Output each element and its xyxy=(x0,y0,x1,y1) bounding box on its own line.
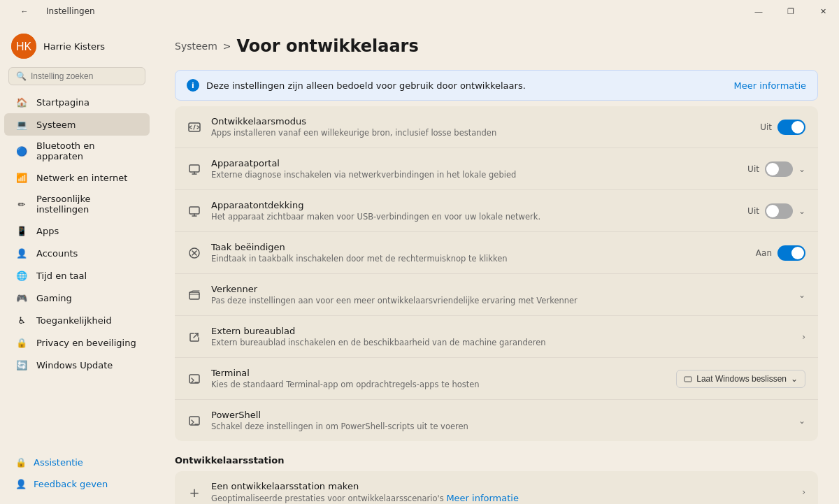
sidebar-item-accounts[interactable]: 👤 Accounts xyxy=(4,242,150,264)
extern_bureaublad-title: Extern bureaublad xyxy=(211,326,792,336)
windows_update-icon: 🔄 xyxy=(15,359,28,371)
bottom-nav-assistentie[interactable]: 🔒 Assistentie xyxy=(4,452,150,473)
taak_beeindigen-control-label: Aan xyxy=(756,248,772,258)
terminal-dropdown[interactable]: Laat Windows beslissen ⌄ xyxy=(676,370,805,388)
dev_station_maken-meer-info-link[interactable]: Meer informatie xyxy=(446,493,519,503)
startpagina-label: Startpagina xyxy=(36,97,138,108)
netwerk-icon: 📶 xyxy=(15,171,28,184)
persoonlijk-icon: ✏️ xyxy=(15,198,28,210)
setting-row-verkenner[interactable]: Verkenner Pas deze instellingen aan voor… xyxy=(175,274,818,316)
toegankelijkheid-label: Toegankelijkheid xyxy=(36,315,138,326)
powershell-text: PowerShell Schakel deze instellingen in … xyxy=(211,410,789,431)
maximize-button[interactable]: ❐ xyxy=(775,0,807,22)
apparaatportal-icon xyxy=(187,162,201,176)
titlebar-left: ← Instellingen xyxy=(8,0,95,22)
apparaatportal-control: Uit ⌄ xyxy=(747,161,805,177)
apparaatontdekking-toggle[interactable] xyxy=(765,203,793,219)
ontwikkelaarsmodus-control-label: Uit xyxy=(760,122,772,132)
taak_beeindigen-toggle[interactable] xyxy=(777,245,805,261)
breadcrumb: Systeem > Voor ontwikkelaars xyxy=(175,36,818,56)
search-box[interactable]: 🔍 xyxy=(8,67,145,85)
apparaatportal-toggle[interactable] xyxy=(765,161,793,177)
info-banner-left: i Deze instellingen zijn alleen bedoeld … xyxy=(187,79,526,92)
taak_beeindigen-desc: Eindtaak in taakbalk inschakelen door me… xyxy=(211,254,746,264)
dev_station_maken-control: › xyxy=(802,487,805,497)
user-profile[interactable]: HK Harrie Kisters xyxy=(0,22,154,67)
powershell-chevron-icon: ⌄ xyxy=(798,416,805,426)
setting-row-taak_beeindigen[interactable]: Taak beëindigen Eindtaak in taakbalk ins… xyxy=(175,232,818,274)
svg-text:HK: HK xyxy=(16,41,32,52)
setting-row-ontwikkelaarsmodus[interactable]: Ontwikkelaarsmodus Apps installeren vana… xyxy=(175,106,818,148)
sidebar-item-systeem[interactable]: 💻 Systeem xyxy=(4,113,150,136)
ontwikkelaarsmodus-desc: Apps installeren vanaf een willekeurige … xyxy=(211,128,750,138)
dev_station_maken-text: Een ontwikkelaarsstation maken Geoptimal… xyxy=(211,481,792,503)
setting-row-apparaatontdekking[interactable]: Apparaatontdekking Het apparaat zichtbaa… xyxy=(175,190,818,232)
dev-station-title: Ontwikkelaarsstation xyxy=(175,455,818,466)
svg-rect-8 xyxy=(189,292,199,299)
sidebar-item-bluetooth[interactable]: 🔵 Bluetooth en apparaten xyxy=(4,136,150,166)
windows_update-label: Windows Update xyxy=(36,360,138,370)
terminal-icon xyxy=(187,372,201,386)
extern_bureaublad-arrow-icon: › xyxy=(802,332,805,342)
dev-station-row-dev_station_maken[interactable]: + Een ontwikkelaarsstation maken Geoptim… xyxy=(175,471,818,504)
close-button[interactable]: ✕ xyxy=(807,0,839,22)
app-body: HK Harrie Kisters 🔍 🏠 Startpagina 💻 Syst… xyxy=(0,22,839,504)
minimize-button[interactable]: — xyxy=(743,0,775,22)
breadcrumb-separator: > xyxy=(223,41,231,52)
toegankelijkheid-icon: ♿ xyxy=(15,314,28,326)
tijd-label: Tijd en taal xyxy=(36,271,138,281)
sidebar-item-startpagina[interactable]: 🏠 Startpagina xyxy=(4,91,150,113)
setting-row-apparaatportal[interactable]: Apparaatportal Externe diagnose inschake… xyxy=(175,148,818,190)
apparaatontdekking-title: Apparaatontdekking xyxy=(211,200,738,210)
powershell-control: ⌄ xyxy=(798,416,805,426)
svg-rect-9 xyxy=(189,375,199,383)
sidebar-item-windows_update[interactable]: 🔄 Windows Update xyxy=(4,354,150,376)
ontwikkelaarsmodus-toggle[interactable] xyxy=(777,120,805,135)
sidebar-item-persoonlijk[interactable]: ✏️ Persoonlijke instellingen xyxy=(4,189,150,219)
back-button[interactable]: ← xyxy=(8,0,41,22)
setting-row-powershell[interactable]: PowerShell Schakel deze instellingen in … xyxy=(175,400,818,441)
tijd-icon: 🌐 xyxy=(15,269,28,282)
gaming-icon: 🎮 xyxy=(15,291,28,304)
info-banner-text: Deze instellingen zijn alleen bedoeld vo… xyxy=(206,80,526,91)
apparaatontdekking-text: Apparaatontdekking Het apparaat zichtbaa… xyxy=(211,200,738,222)
ontwikkelaarsmodus-control: Uit xyxy=(760,120,805,135)
sidebar-item-gaming[interactable]: 🎮 Gaming xyxy=(4,287,150,309)
sidebar-item-apps[interactable]: 📱 Apps xyxy=(4,219,150,242)
svg-rect-10 xyxy=(684,377,691,382)
sidebar-item-tijd[interactable]: 🌐 Tijd en taal xyxy=(4,264,150,287)
user-name: Harrie Kisters xyxy=(43,41,105,52)
terminal-title: Terminal xyxy=(211,368,666,378)
verkenner-control: ⌄ xyxy=(798,290,805,300)
info-banner-link[interactable]: Meer informatie xyxy=(733,80,806,91)
apparaatportal-desc: Externe diagnose inschakelen via netwerk… xyxy=(211,170,738,180)
ontwikkelaarsmodus-icon xyxy=(187,120,201,134)
nav-list: 🏠 Startpagina 💻 Systeem 🔵 Bluetooth en a… xyxy=(0,91,154,376)
feedback-icon: 👤 xyxy=(15,479,27,489)
bottom-nav: 🔒 Assistentie 👤 Feedback geven xyxy=(0,438,154,496)
breadcrumb-parent[interactable]: Systeem xyxy=(175,41,217,52)
search-icon: 🔍 xyxy=(16,71,27,81)
breadcrumb-current: Voor ontwikkelaars xyxy=(237,36,419,56)
verkenner-icon xyxy=(187,288,201,302)
bottom-nav-feedback[interactable]: 👤 Feedback geven xyxy=(4,474,150,494)
sidebar-item-netwerk[interactable]: 📶 Netwerk en internet xyxy=(4,166,150,189)
titlebar-title: Instellingen xyxy=(46,6,95,16)
powershell-desc: Schakel deze instellingen in om PowerShe… xyxy=(211,422,789,431)
titlebar-controls: — ❐ ✕ xyxy=(743,0,839,22)
svg-rect-4 xyxy=(189,207,199,214)
gaming-label: Gaming xyxy=(36,293,138,303)
dev-station-group: + Een ontwikkelaarsstation maken Geoptim… xyxy=(175,471,818,504)
setting-row-terminal[interactable]: Terminal Kies de standaard Terminal-app … xyxy=(175,358,818,400)
setting-row-extern_bureaublad[interactable]: Extern bureaublad Extern bureaublad insc… xyxy=(175,316,818,358)
terminal-desc: Kies de standaard Terminal-app om opdrac… xyxy=(211,380,666,389)
search-input[interactable] xyxy=(31,71,138,81)
settings-group: Ontwikkelaarsmodus Apps installeren vana… xyxy=(175,106,818,441)
sidebar-item-privacy[interactable]: 🔒 Privacy en beveiliging xyxy=(4,331,150,354)
apparaatportal-chevron-icon: ⌄ xyxy=(798,164,805,174)
bluetooth-label: Bluetooth en apparaten xyxy=(36,141,138,161)
ontwikkelaarsmodus-title: Ontwikkelaarsmodus xyxy=(211,116,750,127)
apparaatontdekking-icon xyxy=(187,204,201,218)
info-icon: i xyxy=(187,79,199,92)
sidebar-item-toegankelijkheid[interactable]: ♿ Toegankelijkheid xyxy=(4,309,150,331)
